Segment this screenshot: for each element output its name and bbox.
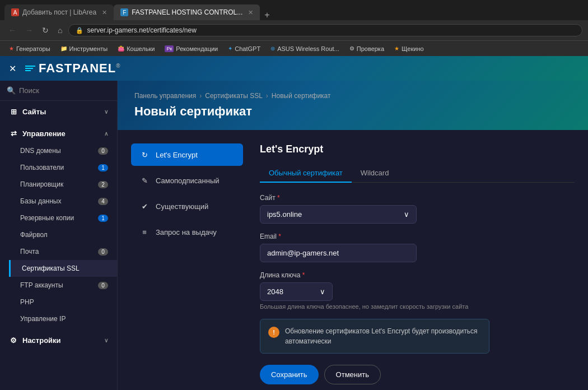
sidebar-item-dns[interactable]: DNS домены 0: [9, 142, 117, 159]
app: ✕ FASTPANEL® 🔍 Поиск ⊞: [0, 56, 588, 390]
cert-type-letsencrypt[interactable]: ↻ Let's Encrypt: [131, 143, 243, 166]
users-badge: 1: [98, 164, 108, 171]
key-length-select[interactable]: 2048 ∨: [260, 282, 333, 301]
management-icon: ⇄: [9, 129, 18, 138]
bookmark-wallets[interactable]: 👛 Кошельки: [113, 44, 159, 53]
key-length-select-value: 2048: [267, 287, 283, 296]
info-text: Обновление сертификатов Let's Encrypt бу…: [285, 326, 481, 346]
site-required-indicator: *: [277, 194, 280, 202]
tab-close-fastpanel[interactable]: ✕: [248, 9, 253, 16]
email-input[interactable]: [260, 244, 417, 262]
scheduler-badge: 2: [98, 181, 108, 188]
bookmark-icon-shekino: ★: [394, 45, 399, 52]
sidebar-item-php[interactable]: PHP: [9, 294, 117, 310]
bookmark-tools[interactable]: 📁 Инструменты: [56, 44, 113, 53]
tab-label-librarea: Добавить пост | LibArea: [22, 8, 96, 16]
tab-favicon-librarea: A: [11, 8, 19, 16]
sidebar-item-management[interactable]: ⇄ Управление ∧: [0, 125, 117, 142]
tab-favicon-fastpanel: F: [120, 8, 128, 16]
main-layout: 🔍 Поиск ⊞ Сайты ∨ ⇄ Управление ∧: [0, 81, 588, 390]
bookmark-asus[interactable]: ⊛ ASUS Wireless Rout...: [266, 44, 344, 53]
search-bar: 🔍 Поиск: [0, 81, 117, 101]
tab-bar: A Добавить пост | LibArea ✕ F FASTPANEL …: [0, 0, 588, 20]
backups-badge: 1: [98, 215, 108, 222]
sidebar-item-ssl[interactable]: Сертификаты SSL: [9, 260, 117, 277]
databases-badge: 4: [98, 198, 108, 205]
bookmark-icon-tools: 📁: [60, 45, 67, 52]
tab-close-librarea[interactable]: ✕: [102, 9, 107, 16]
content-area: Панель управления › Сертификаты SSL › Но…: [118, 81, 588, 390]
nav-section-management: ⇄ Управление ∧ DNS домены 0 Пользователи…: [0, 123, 117, 329]
tab-librarea[interactable]: A Добавить пост | LibArea ✕: [4, 4, 114, 20]
cert-type-selfsigned[interactable]: ✎ Самоподписанный: [131, 169, 243, 192]
nav-section-settings: ⚙ Настройки ∨: [0, 329, 117, 351]
key-length-required-indicator: *: [302, 271, 305, 279]
site-field-group: Сайт * ips5.online ∨: [260, 194, 575, 224]
search-input[interactable]: 🔍 Поиск: [7, 86, 110, 95]
site-label: Сайт *: [260, 194, 575, 202]
tab-wildcard[interactable]: Wildcard: [352, 164, 398, 183]
management-chevron-icon: ∧: [104, 131, 108, 137]
breadcrumb-home[interactable]: Панель управления: [134, 92, 196, 100]
bookmark-chatgpt[interactable]: ✦ ChatGPT: [223, 44, 265, 53]
key-length-chevron-icon: ∨: [320, 287, 325, 296]
bookmark-recommendations[interactable]: Рк Рекомендации: [160, 44, 222, 53]
sidebar: 🔍 Поиск ⊞ Сайты ∨ ⇄ Управление ∧: [0, 81, 118, 390]
sidebar-item-ftp[interactable]: FTP аккаунты 0: [9, 277, 117, 294]
sidebar-item-settings[interactable]: ⚙ Настройки ∨: [0, 332, 117, 349]
tab-label-fastpanel: FASTPANEL HOSTING CONTROL...: [132, 8, 242, 16]
request-icon: ≡: [139, 226, 150, 238]
cert-type-request[interactable]: ≡ Запрос на выдачу: [131, 221, 243, 243]
app-header: ✕ FASTPANEL®: [0, 56, 588, 81]
sidebar-item-users[interactable]: Пользователи 1: [9, 159, 117, 176]
forward-button[interactable]: →: [22, 25, 36, 36]
nav-bar: ← → ↻ ⌂ 🔒 server.ip-gamers.net/certifica…: [0, 20, 588, 40]
form-actions: Сохранить Отменить: [260, 365, 575, 384]
sidebar-item-backups[interactable]: Резервные копии 1: [9, 210, 117, 226]
key-length-label: Длина ключа *: [260, 271, 575, 279]
bookmark-generators[interactable]: ★ Генераторы: [4, 44, 55, 53]
sites-chevron-icon: ∨: [104, 109, 108, 115]
reload-button[interactable]: ↻: [39, 25, 52, 36]
site-select[interactable]: ips5.online ∨: [260, 205, 417, 224]
key-length-hint: Большая длина ключа безопаснее, но замед…: [260, 303, 575, 310]
letsencrypt-icon: ↻: [139, 149, 150, 160]
sidebar-item-scheduler[interactable]: Планировщик 2: [9, 176, 117, 193]
cert-form: Let's Encrypt Обычный сертификат Wildcar…: [260, 143, 575, 384]
bookmark-icon-generators: ★: [9, 45, 14, 52]
address-text: server.ip-gamers.net/certificates/new: [87, 26, 196, 34]
page-header: Панель управления › Сертификаты SSL › Но…: [118, 81, 588, 130]
sidebar-item-mail[interactable]: Почта 0: [9, 243, 117, 260]
new-tab-button[interactable]: +: [260, 10, 274, 20]
tab-normal-cert[interactable]: Обычный сертификат: [260, 164, 352, 183]
settings-icon: ⚙: [9, 336, 18, 345]
settings-chevron-icon: ∨: [104, 337, 108, 343]
bookmark-check[interactable]: ⚙ Проверка: [345, 44, 389, 53]
page-title: Новый сертификат: [134, 104, 571, 119]
address-bar[interactable]: 🔒 server.ip-gamers.net/certificates/new: [68, 24, 582, 36]
page-body: ↻ Let's Encrypt ✎ Самоподписанный ✔ Суще…: [118, 130, 588, 390]
breadcrumb-ssl[interactable]: Сертификаты SSL: [205, 92, 263, 100]
logo-text: FASTPANEL®: [39, 61, 121, 76]
cancel-button[interactable]: Отменить: [324, 365, 381, 384]
bookmark-shekino[interactable]: ★ Щекино: [390, 44, 428, 53]
info-icon: !: [268, 327, 279, 338]
cert-type-existing[interactable]: ✔ Существующий: [131, 195, 243, 217]
sidebar-item-sites[interactable]: ⊞ Сайты ∨: [0, 103, 117, 120]
close-icon[interactable]: ✕: [9, 63, 16, 74]
logo: FASTPANEL®: [25, 61, 121, 76]
home-button[interactable]: ⌂: [55, 25, 65, 36]
sidebar-item-firewall[interactable]: Файрвол: [9, 226, 117, 243]
back-button[interactable]: ←: [6, 25, 19, 36]
form-tabs: Обычный сертификат Wildcard: [260, 164, 575, 183]
info-box: ! Обновление сертификатов Let's Encrypt …: [260, 319, 489, 354]
selfsigned-icon: ✎: [139, 175, 150, 186]
save-button[interactable]: Сохранить: [260, 365, 319, 384]
sidebar-item-ipcontrol[interactable]: Управление IP: [9, 310, 117, 327]
email-label: Email *: [260, 233, 575, 240]
breadcrumb-current: Новый сертификат: [272, 92, 331, 100]
tab-fastpanel[interactable]: F FASTPANEL HOSTING CONTROL... ✕: [114, 4, 260, 20]
sidebar-item-databases[interactable]: Базы данных 4: [9, 193, 117, 210]
logo-lines-icon: [25, 66, 35, 71]
nav-sub-management: DNS домены 0 Пользователи 1 Планировщик …: [0, 142, 117, 327]
